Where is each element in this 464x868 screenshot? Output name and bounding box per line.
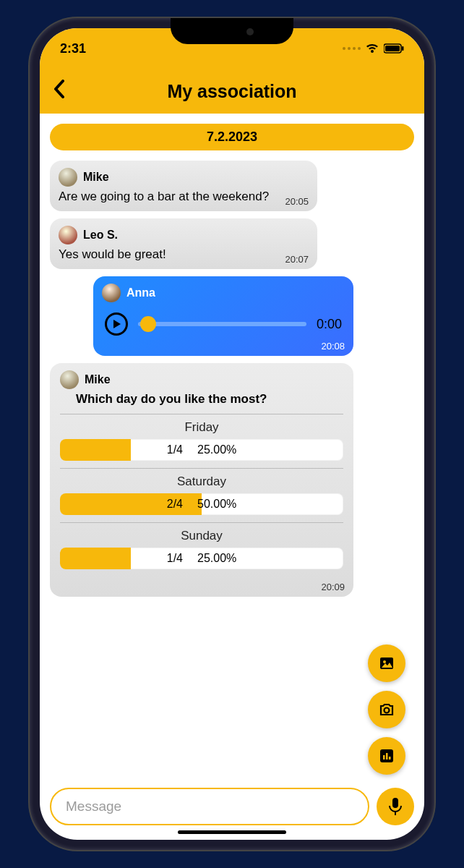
- chat-title: My association: [167, 81, 296, 102]
- sender-name: Anna: [126, 286, 155, 299]
- message-text: Are we going to a bar at the weekend?: [59, 190, 309, 204]
- poll-percent: 50.00%: [197, 498, 236, 511]
- poll-count: 1/4: [167, 443, 183, 456]
- wifi-icon: [365, 43, 379, 54]
- message-time: 20:08: [321, 341, 345, 352]
- chat-header: My association: [40, 69, 424, 114]
- cell-dots-icon: [343, 47, 361, 50]
- svg-point-5: [384, 708, 390, 713]
- status-time: 2:31: [60, 41, 86, 56]
- avatar: [59, 226, 77, 244]
- notch: [171, 18, 293, 44]
- message-input[interactable]: [50, 788, 369, 825]
- message-bubble: Leo S. Yes would be great! 20:07: [50, 218, 317, 269]
- poll-option-label: Sunday: [60, 529, 343, 543]
- poll-option-bar[interactable]: 1/4 25.00%: [60, 548, 343, 569]
- message-time: 20:09: [321, 582, 345, 592]
- chevron-left-icon: [53, 80, 66, 98]
- sender-name: Leo S.: [83, 229, 118, 242]
- date-separator: 7.2.2023: [50, 124, 414, 150]
- message-time: 20:07: [285, 254, 309, 265]
- divider: [60, 414, 343, 414]
- poll-button[interactable]: [368, 737, 405, 775]
- svg-rect-8: [386, 753, 388, 760]
- poll-count: 2/4: [167, 498, 183, 511]
- poll-percent: 25.00%: [197, 552, 236, 565]
- svg-rect-10: [392, 798, 398, 808]
- bar-chart-icon: [379, 748, 395, 764]
- audio-slider[interactable]: [138, 322, 306, 326]
- status-right: [343, 43, 404, 54]
- camera-button[interactable]: [368, 691, 405, 728]
- poll-option-label: Friday: [60, 420, 343, 435]
- divider: [60, 522, 343, 523]
- chat-scroll[interactable]: 7.2.2023 Mike Are we going to a bar at t…: [40, 114, 424, 780]
- poll-message-bubble: Mike Which day do you like the most? Fri…: [50, 363, 353, 597]
- poll-option-bar[interactable]: 2/4 50.00%: [60, 493, 343, 515]
- avatar: [60, 370, 79, 389]
- back-button[interactable]: [53, 79, 66, 103]
- phone-screen: 2:31 My association 7.2.2023: [40, 28, 424, 840]
- divider: [60, 468, 343, 469]
- action-fab-stack: [368, 644, 405, 775]
- image-icon: [378, 655, 395, 672]
- audio-thumb[interactable]: [140, 316, 156, 332]
- battery-icon: [384, 43, 404, 54]
- poll-option-bar[interactable]: 1/4 25.00%: [60, 439, 343, 461]
- mic-icon: [387, 797, 403, 816]
- play-button[interactable]: [105, 312, 128, 336]
- poll-question: Which day do you like the most?: [76, 392, 343, 407]
- audio-message-bubble: Anna 0:00 20:08: [93, 276, 353, 356]
- sender-name: Mike: [83, 171, 109, 184]
- poll-option-label: Saturday: [60, 475, 343, 489]
- home-indicator: [178, 830, 286, 834]
- svg-rect-2: [402, 46, 404, 51]
- avatar: [102, 284, 121, 302]
- sender-name: Mike: [85, 373, 111, 386]
- avatar: [59, 168, 77, 187]
- message-text: Yes would be great!: [59, 247, 309, 262]
- poll-count: 1/4: [167, 552, 183, 565]
- camera-icon: [378, 701, 395, 718]
- poll-percent: 25.00%: [197, 443, 236, 456]
- svg-point-4: [383, 660, 386, 663]
- audio-duration: 0:00: [317, 317, 342, 332]
- phone-frame: 2:31 My association 7.2.2023: [30, 18, 434, 850]
- message-bubble: Mike Are we going to a bar at the weeken…: [50, 161, 317, 211]
- message-time: 20:05: [285, 196, 309, 207]
- svg-rect-9: [389, 757, 391, 760]
- svg-rect-1: [385, 46, 400, 51]
- svg-rect-7: [383, 755, 385, 760]
- image-button[interactable]: [368, 644, 405, 682]
- mic-button[interactable]: [377, 788, 414, 825]
